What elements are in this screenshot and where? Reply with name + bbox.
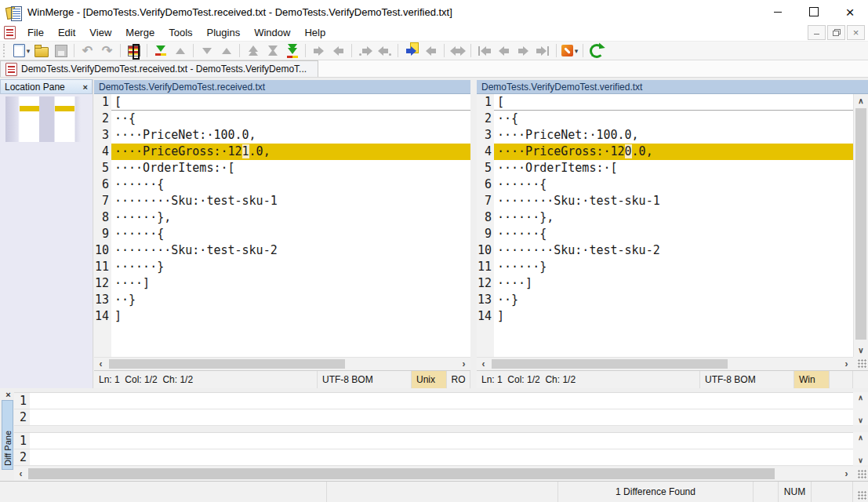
editor-line[interactable]: 8······}, [94, 209, 470, 226]
mdi-restore-button[interactable] [827, 25, 845, 40]
editor-line[interactable]: 9······{ [477, 226, 853, 242]
mdi-minimize-button[interactable] [808, 25, 826, 40]
right-vscrollbar[interactable]: ∧ ∨ [853, 94, 868, 357]
editor-line[interactable]: 2··{ [477, 111, 853, 127]
diff-pane-close-icon[interactable]: × [3, 389, 13, 399]
scroll-up-icon[interactable]: ∧ [853, 432, 868, 442]
vscroll-thumb[interactable] [855, 108, 866, 340]
diff-hscrollbar[interactable]: ‹ › [14, 467, 853, 481]
previous-conflict-icon [222, 48, 231, 54]
tab-received-verified[interactable]: DemoTests.VerifyDemoTest.received.txt - … [0, 60, 318, 77]
editor-line[interactable]: 4····PriceGross:·121.0, [94, 144, 470, 160]
left-pane-header[interactable]: DemoTests.VerifyDemoTest.received.txt [94, 80, 470, 94]
editor-line[interactable]: 14] [94, 308, 470, 325]
menu-tools[interactable]: Tools [162, 24, 199, 41]
editor-line[interactable]: 12····] [477, 275, 853, 292]
menu-merge[interactable]: Merge [118, 24, 162, 41]
left-encoding[interactable]: UTF-8 BOM [318, 371, 412, 388]
hscroll-thumb[interactable] [28, 468, 775, 479]
plugins-dropdown-caret[interactable]: ▾ [575, 47, 579, 55]
scroll-down-icon[interactable]: ∨ [853, 415, 868, 425]
new-dropdown-caret[interactable]: ▾ [27, 47, 31, 55]
menu-file[interactable]: File [20, 24, 51, 41]
editor-line[interactable]: 6······{ [477, 176, 853, 193]
scroll-right-icon[interactable]: › [457, 358, 470, 370]
minimize-button[interactable] [760, 0, 796, 24]
diff-bottom-vscrollbar[interactable]: ∧ ∨ [853, 432, 868, 465]
right-editor[interactable]: 1[2··{3····PriceNet:·100.0,4····PriceGro… [477, 94, 853, 357]
copy-all-right-button[interactable] [402, 42, 420, 60]
editor-line[interactable]: 10········Sku:·test-sku-2 [94, 242, 470, 259]
scroll-left-icon[interactable]: ‹ [94, 358, 107, 370]
editor-line[interactable]: 3····PriceNet:·100.0, [94, 127, 470, 144]
editor-line[interactable]: 12····] [94, 275, 470, 292]
editor-line[interactable]: 9······{ [94, 226, 470, 242]
scroll-down-icon[interactable]: ∨ [853, 455, 868, 465]
menu-help[interactable]: Help [297, 24, 332, 41]
editor-line[interactable]: 7········Sku:·test-sku-1 [94, 193, 470, 209]
scroll-right-icon[interactable]: › [840, 358, 853, 370]
editor-line[interactable]: 5····OrderItems:·[ [477, 160, 853, 176]
editor-line[interactable]: 13··} [477, 292, 853, 308]
diff-pane-line[interactable]: 2 [14, 409, 853, 426]
diff-editor-bottom[interactable]: 12 [14, 432, 853, 466]
left-hscrollbar[interactable]: ‹ › [94, 357, 470, 370]
left-editor[interactable]: 1[2··{3····PriceNet:·100.0,4····PriceGro… [94, 94, 470, 357]
scroll-left-icon[interactable]: ‹ [477, 358, 490, 370]
refresh-button[interactable] [587, 42, 605, 60]
menu-edit[interactable]: Edit [51, 24, 82, 41]
editor-line[interactable]: 1[ [477, 94, 853, 111]
editor-line[interactable]: 7········Sku:·test-sku-1 [477, 193, 853, 209]
scroll-down-icon[interactable]: ∨ [854, 344, 868, 357]
diff-pane-line[interactable]: 1 [14, 393, 853, 409]
scroll-right-icon[interactable]: › [840, 467, 853, 481]
left-eol-style[interactable]: Unix [412, 371, 447, 388]
close-button[interactable]: × [832, 0, 868, 24]
toolbar-drag-handle[interactable] [3, 44, 8, 57]
editor-line[interactable]: 6······{ [94, 176, 470, 193]
diff-pane-title[interactable]: Diff Pane [2, 400, 13, 470]
editor-line[interactable]: 11······} [477, 259, 853, 275]
scroll-left-icon[interactable]: ‹ [14, 467, 27, 481]
diff-pane-line[interactable]: 1 [14, 433, 853, 449]
scroll-up-icon[interactable]: ∧ [854, 94, 868, 107]
menu-window[interactable]: Window [247, 24, 297, 41]
new-button[interactable]: ▾ [13, 42, 31, 60]
right-eol-style[interactable]: Win [794, 371, 830, 388]
editor-line[interactable]: 2··{ [94, 111, 470, 127]
editor-line[interactable]: 5····OrderItems:·[ [94, 160, 470, 176]
editor-line[interactable]: 8······}, [477, 209, 853, 226]
editor-line[interactable]: 3····PriceNet:·100.0, [477, 127, 853, 144]
editor-line[interactable]: 11······} [94, 259, 470, 275]
right-pane-header[interactable]: DemoTests.VerifyDemoTest.verified.txt [477, 80, 868, 94]
maximize-button[interactable] [796, 0, 832, 24]
location-pane-close-icon[interactable]: × [83, 82, 88, 92]
menu-view[interactable]: View [82, 24, 118, 41]
editor-line[interactable]: 1[ [94, 94, 470, 111]
scroll-up-icon[interactable]: ∧ [853, 392, 868, 402]
mdi-close-button[interactable]: × [847, 25, 865, 40]
hscroll-thumb[interactable] [109, 359, 345, 369]
next-difference-button[interactable] [151, 42, 169, 60]
diff-marker-right[interactable] [55, 106, 74, 111]
left-readonly-flag[interactable]: RO [447, 371, 470, 388]
editor-line[interactable]: 13··} [94, 292, 470, 308]
plugins-button[interactable]: ▾ [561, 42, 579, 60]
right-encoding[interactable]: UTF-8 BOM [700, 371, 794, 388]
right-readonly-flag[interactable] [830, 371, 853, 388]
diff-top-vscrollbar[interactable]: ∧ ∨ [853, 392, 868, 425]
hscroll-thumb[interactable] [492, 359, 728, 369]
window-resize-grip[interactable] [853, 482, 868, 502]
diff-marker-left[interactable] [20, 106, 39, 111]
right-hscrollbar[interactable]: ‹ › [477, 357, 853, 370]
editor-line[interactable]: 10········Sku:·test-sku-2 [477, 242, 853, 259]
location-map[interactable] [5, 96, 81, 142]
last-difference-button[interactable] [283, 42, 301, 60]
editor-line[interactable]: 14] [477, 308, 853, 325]
open-button[interactable] [32, 42, 50, 60]
menu-plugins[interactable]: Plugins [200, 24, 248, 41]
editor-line[interactable]: 4····PriceGross:·120.0, [477, 144, 853, 160]
diff-editor-top[interactable]: 12 [14, 392, 853, 426]
view-line-diff-button[interactable] [125, 42, 143, 60]
diff-pane-line[interactable]: 2 [14, 449, 853, 466]
